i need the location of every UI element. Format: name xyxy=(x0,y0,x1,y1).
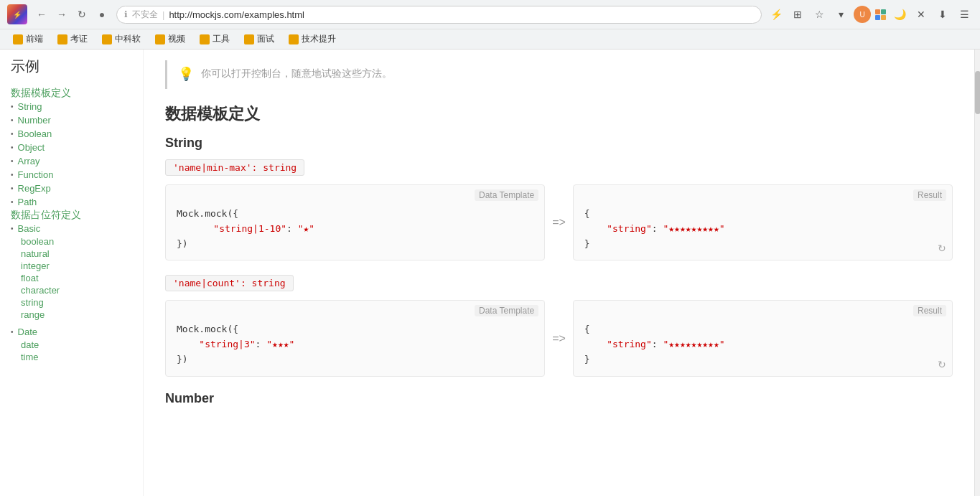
sidebar-item-function[interactable]: • Function xyxy=(11,168,132,182)
bookmark-icon xyxy=(244,34,254,44)
main-content: 💡 你可以打开控制台，随意地试验这些方法。 数据模板定义 String 'nam… xyxy=(144,50,974,496)
address-bar[interactable]: ℹ 不安全 | http://mockjs.com/examples.html xyxy=(116,6,762,24)
sidebar-sub-character[interactable]: character xyxy=(11,284,132,296)
bookmark-label: 面试 xyxy=(257,33,274,45)
grid-icon[interactable]: ⊞ xyxy=(789,6,806,23)
refresh-icon[interactable]: ↻ xyxy=(938,359,946,370)
bookmark-label: 视频 xyxy=(168,33,185,45)
sidebar-sub-string[interactable]: string xyxy=(11,296,132,309)
string-badge2: 'name|count': string xyxy=(165,275,294,291)
bookmark-kaocheng[interactable]: 考证 xyxy=(52,32,93,47)
sidebar-item-regexp[interactable]: • RegExp xyxy=(11,182,132,195)
bookmark-zhongkeru[interactable]: 中科软 xyxy=(96,32,146,47)
bookmark-icon xyxy=(57,34,67,44)
lock-icon: ℹ xyxy=(124,9,128,19)
bullet-icon: • xyxy=(11,116,14,124)
insecure-label: 不安全 xyxy=(132,9,158,21)
download-icon[interactable]: ⬇ xyxy=(934,6,951,23)
demo2-row: Data Template Mock.mock({ "string|3": "★… xyxy=(165,300,953,376)
demo1-row: Data Template Mock.mock({ "string|1-10":… xyxy=(165,184,953,260)
sidebar-item-object[interactable]: • Object xyxy=(11,141,132,154)
bookmark-label: 技术提升 xyxy=(302,33,336,45)
browser-chrome: ⚡ ← → ↻ ● ℹ 不安全 | http://mockjs.com/exam… xyxy=(0,0,980,50)
demo2-result-label: Result xyxy=(913,305,946,316)
refresh-button[interactable]: ↻ xyxy=(73,6,90,23)
home-button[interactable]: ● xyxy=(93,6,111,23)
demo1-result-code: { "string": "★★★★★★★★★" } xyxy=(574,185,952,260)
menu-icon[interactable]: ☰ xyxy=(956,6,973,23)
sidebar-sub-time[interactable]: time xyxy=(11,351,132,363)
bullet-icon: • xyxy=(11,171,14,179)
demo1-arrow: => xyxy=(545,184,573,260)
moon-icon[interactable]: 🌙 xyxy=(891,6,908,23)
sidebar-item-array[interactable]: • Array xyxy=(11,154,132,168)
sidebar-sub-natural[interactable]: natural xyxy=(11,248,132,260)
bookmark-icon xyxy=(13,34,23,44)
bookmark-label: 中科软 xyxy=(115,33,141,45)
bookmark-label: 前端 xyxy=(26,33,43,45)
sidebar-item-label: Basic xyxy=(18,223,41,234)
bookmark-icon xyxy=(200,34,210,44)
bullet-icon: • xyxy=(11,157,14,165)
chevron-down-icon[interactable]: ▾ xyxy=(832,6,849,23)
bullet-icon: • xyxy=(11,328,14,336)
demo2-result-code: { "string": "★★★★★★★★★" } xyxy=(574,301,952,375)
sidebar-item-date[interactable]: • Date xyxy=(11,325,132,339)
sidebar-item-label: String xyxy=(18,101,42,112)
demo1-result-panel: Result { "string": "★★★★★★★★★" } ↻ xyxy=(573,184,953,260)
sidebar-sub-range[interactable]: range xyxy=(11,309,132,321)
close-icon[interactable]: ✕ xyxy=(913,6,930,23)
profile-avatar[interactable]: U xyxy=(854,6,871,23)
sidebar-section-shuju[interactable]: 数据模板定义 xyxy=(11,87,71,98)
star-icon[interactable]: ☆ xyxy=(811,6,828,23)
sidebar: 示例 数据模板定义 • String • Number • Boolean • … xyxy=(0,50,144,496)
sidebar-sub-date[interactable]: date xyxy=(11,339,132,351)
sidebar-item-boolean[interactable]: • Boolean xyxy=(11,127,132,141)
bullet-icon: • xyxy=(11,130,14,138)
sidebar-item-basic[interactable]: • Basic xyxy=(11,222,132,235)
bookmark-label: 工具 xyxy=(213,33,230,45)
string-title: String xyxy=(165,136,953,151)
page-title: 示例 xyxy=(11,57,132,76)
chrome-apps-icon[interactable] xyxy=(875,9,887,20)
sidebar-item-label: Date xyxy=(18,326,37,337)
string-badge1: 'name|min-max': string xyxy=(165,159,304,176)
sidebar-item-label: Object xyxy=(18,142,45,153)
hint-box: 💡 你可以打开控制台，随意地试验这些方法。 xyxy=(165,60,953,89)
back-button[interactable]: ← xyxy=(33,6,50,23)
sidebar-item-label: Path xyxy=(18,197,37,207)
scrollbar-thumb[interactable] xyxy=(975,71,980,114)
forward-button[interactable]: → xyxy=(53,6,70,23)
scrollbar[interactable] xyxy=(974,50,980,496)
url-separator: | xyxy=(162,9,164,20)
sidebar-sub-float[interactable]: float xyxy=(11,272,132,284)
sidebar-section-placeholder[interactable]: 数据占位符定义 xyxy=(11,209,81,220)
sidebar-item-string[interactable]: • String xyxy=(11,100,132,113)
sidebar-item-path[interactable]: • Path xyxy=(11,195,132,209)
demo1-template-label: Data Template xyxy=(475,189,538,201)
bullet-icon: • xyxy=(11,144,14,151)
bookmark-shipin[interactable]: 视频 xyxy=(149,32,191,47)
sidebar-item-label: Function xyxy=(18,169,54,180)
sidebar-item-label: Number xyxy=(18,115,51,126)
lightning-icon[interactable]: ⚡ xyxy=(767,6,785,23)
toolbar-actions: ⚡ ⊞ ☆ ▾ U 🌙 ✕ ⬇ ☰ xyxy=(767,6,973,23)
bookmark-qianduan[interactable]: 前端 xyxy=(7,32,49,47)
bookmark-icon xyxy=(289,34,299,44)
bookmark-mianshi[interactable]: 面试 xyxy=(238,32,280,47)
page-container: 示例 数据模板定义 • String • Number • Boolean • … xyxy=(0,50,980,496)
sidebar-item-number[interactable]: • Number xyxy=(11,113,132,127)
demo2-template-panel: Data Template Mock.mock({ "string|3": "★… xyxy=(165,300,545,376)
hint-text: 你可以打开控制台，随意地试验这些方法。 xyxy=(201,67,392,80)
sidebar-sub-boolean[interactable]: boolean xyxy=(11,235,132,248)
bookmark-gongju[interactable]: 工具 xyxy=(194,32,235,47)
demo1-result-label: Result xyxy=(913,189,946,201)
refresh-icon[interactable]: ↻ xyxy=(938,243,946,254)
bookmark-jishutisheng[interactable]: 技术提升 xyxy=(283,32,342,47)
browser-toolbar: ⚡ ← → ↻ ● ℹ 不安全 | http://mockjs.com/exam… xyxy=(0,0,980,29)
sidebar-sub-integer[interactable]: integer xyxy=(11,260,132,272)
section-title: 数据模板定义 xyxy=(165,103,953,125)
url-text: http://mockjs.com/examples.html xyxy=(169,9,304,20)
bookmark-icon xyxy=(102,34,112,44)
demo1-template-panel: Data Template Mock.mock({ "string|1-10":… xyxy=(165,184,545,260)
